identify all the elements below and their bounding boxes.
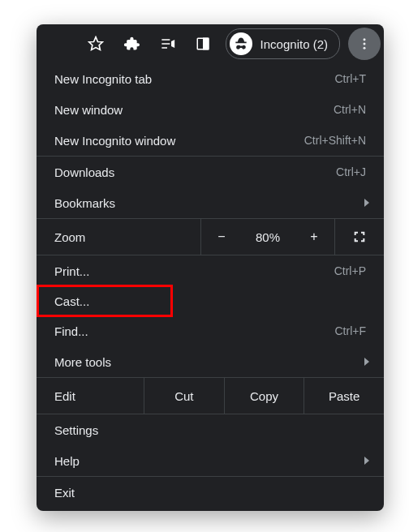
menu-item-shortcut: Ctrl+J bbox=[336, 165, 366, 178]
submenu-arrow-icon bbox=[364, 199, 369, 207]
menu-item-label: Cast... bbox=[54, 294, 155, 308]
svg-point-4 bbox=[364, 43, 366, 45]
menu-print[interactable]: Print... Ctrl+P bbox=[37, 255, 384, 286]
menu-help[interactable]: Help bbox=[37, 445, 384, 476]
menu-more-tools[interactable]: More tools bbox=[37, 346, 384, 377]
menu-item-label: Bookmarks bbox=[54, 196, 366, 210]
edit-label: Edit bbox=[54, 389, 144, 403]
svg-point-3 bbox=[364, 38, 366, 41]
menu-cast[interactable]: Cast... bbox=[37, 285, 173, 317]
menu-item-shortcut: Ctrl+F bbox=[335, 324, 367, 337]
browser-toolbar: Incognito (2) bbox=[37, 24, 384, 63]
menu-item-label: New Incognito window bbox=[54, 134, 295, 148]
menu-item-label: Downloads bbox=[54, 165, 326, 179]
menu-item-shortcut: Ctrl+P bbox=[334, 264, 366, 277]
menu-item-label: Help bbox=[54, 454, 366, 468]
menu-item-label: New window bbox=[54, 103, 324, 117]
chrome-overflow-menu-window: Incognito (2) New Incognito tab Ctrl+T N… bbox=[37, 24, 384, 511]
menu-item-shortcut: Ctrl+Shift+N bbox=[304, 134, 366, 147]
media-control-icon[interactable] bbox=[151, 28, 183, 60]
menu-item-shortcut: Ctrl+T bbox=[335, 72, 367, 85]
menu-item-shortcut: Ctrl+N bbox=[334, 103, 366, 116]
zoom-level: 80% bbox=[242, 219, 294, 255]
menu-find[interactable]: Find... Ctrl+F bbox=[37, 315, 384, 346]
zoom-in-button[interactable]: + bbox=[294, 219, 334, 255]
menu-button[interactable] bbox=[348, 28, 381, 60]
menu-item-label: Find... bbox=[54, 324, 325, 338]
side-panel-icon[interactable] bbox=[187, 28, 219, 60]
menu-item-label: New Incognito tab bbox=[54, 72, 325, 86]
incognito-avatar-icon bbox=[230, 32, 252, 55]
menu-new-incognito-tab[interactable]: New Incognito tab Ctrl+T bbox=[37, 63, 384, 94]
menu-item-label: Print... bbox=[54, 264, 325, 278]
extensions-icon[interactable] bbox=[115, 28, 148, 60]
overflow-menu: New Incognito tab Ctrl+T New window Ctrl… bbox=[37, 63, 384, 511]
kebab-icon bbox=[357, 36, 372, 51]
fullscreen-button[interactable] bbox=[335, 230, 384, 243]
zoom-label: Zoom bbox=[54, 230, 200, 244]
submenu-arrow-icon bbox=[364, 358, 369, 366]
menu-bookmarks[interactable]: Bookmarks bbox=[37, 187, 384, 218]
svg-point-5 bbox=[364, 47, 366, 49]
menu-item-label: More tools bbox=[54, 355, 366, 369]
submenu-arrow-icon bbox=[364, 457, 369, 465]
edit-cut-button[interactable]: Cut bbox=[144, 378, 224, 414]
bookmark-star-icon[interactable] bbox=[80, 28, 112, 60]
zoom-out-button[interactable]: − bbox=[201, 219, 242, 255]
menu-exit[interactable]: Exit bbox=[37, 477, 384, 508]
incognito-label: Incognito (2) bbox=[260, 37, 328, 51]
menu-zoom-row: Zoom − 80% + bbox=[37, 219, 384, 255]
fullscreen-icon bbox=[353, 230, 366, 243]
svg-marker-0 bbox=[88, 37, 102, 50]
menu-item-label: Settings bbox=[54, 423, 366, 437]
edit-paste-button[interactable]: Paste bbox=[304, 378, 384, 414]
menu-edit-row: Edit Cut Copy Paste bbox=[37, 378, 384, 414]
edit-copy-button[interactable]: Copy bbox=[225, 378, 304, 414]
menu-item-label: Exit bbox=[54, 486, 366, 500]
svg-rect-2 bbox=[203, 38, 208, 49]
menu-new-window[interactable]: New window Ctrl+N bbox=[37, 94, 384, 125]
menu-settings[interactable]: Settings bbox=[37, 414, 384, 445]
incognito-indicator-chip[interactable]: Incognito (2) bbox=[226, 28, 340, 59]
menu-downloads[interactable]: Downloads Ctrl+J bbox=[37, 157, 384, 187]
menu-new-incognito-window[interactable]: New Incognito window Ctrl+Shift+N bbox=[37, 125, 384, 156]
